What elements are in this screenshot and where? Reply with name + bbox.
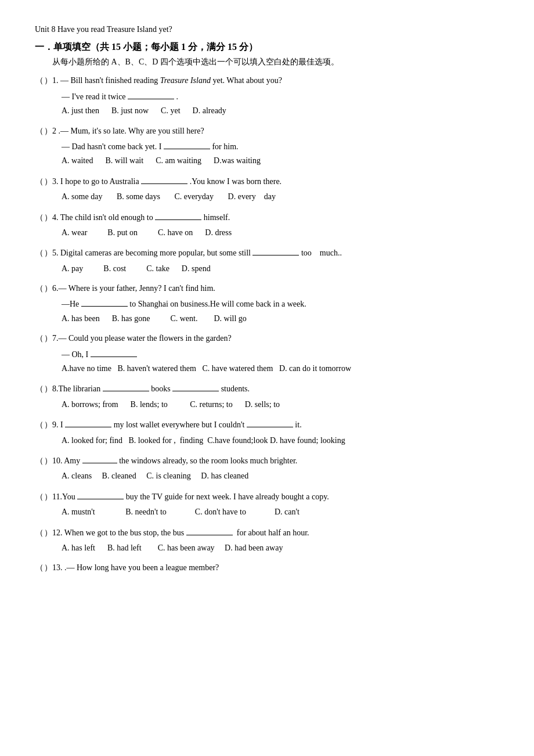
q6-text: ）6.— Where is your father, Jenny? I can'… <box>44 282 499 295</box>
paren-9: （ <box>35 419 44 431</box>
q13-text: ）13. .— How long have you been a league … <box>44 561 499 574</box>
q10-text: ）10. Amy the windows already, so the roo… <box>44 454 499 467</box>
unit-title: Unit 8 Have you read Treasure Island yet… <box>35 23 499 36</box>
question-2: （ ）2 .— Mum, it's so late. Why are you s… <box>35 125 499 168</box>
q1-text: ）1. — Bill hasn't finished reading Treas… <box>44 74 499 87</box>
paren-3: （ <box>35 175 44 188</box>
q4-text: ）4. The child isn't old enough to himsel… <box>44 211 499 224</box>
paren-11: （ <box>35 491 44 503</box>
q7-options: A.have no time B. haven't watered them C… <box>62 362 499 375</box>
q8-options: A. borrows; from B. lends; to C. returns… <box>62 398 499 411</box>
q1-options: A. just then B. just now C. yet D. alrea… <box>62 105 499 117</box>
question-4: （ ）4. The child isn't old enough to hims… <box>35 211 499 240</box>
question-13: （ ）13. .— How long have you been a leagu… <box>35 561 499 574</box>
q7-sub: — Oh, I <box>62 348 499 361</box>
paren-7: （ <box>35 332 44 345</box>
paren-6: （ <box>35 282 44 295</box>
q12-options: A. has left B. had left C. has been away… <box>62 542 499 555</box>
q3-text: ）3. I hope to go to Australia .You know … <box>44 175 499 188</box>
paren-1: （ <box>35 74 44 87</box>
q11-options: A. mustn't B. needn't to C. don't have t… <box>62 506 499 519</box>
q1-sub: — I've read it twice . <box>62 90 499 103</box>
q6-sub: —He to Shanghai on business.He will come… <box>62 297 499 311</box>
question-9: （ ）9. I my lost wallet everywhere but I … <box>35 418 499 447</box>
question-7: （ ）7.— Could you please water the flower… <box>35 332 499 375</box>
q9-options: A. looked for; find B. looked for , find… <box>62 434 499 447</box>
question-10: （ ）10. Amy the windows already, so the r… <box>35 454 499 483</box>
q10-options: A. cleans B. cleaned C. is cleaning D. h… <box>62 470 499 483</box>
question-8: （ ）8.The librarian books students. A. bo… <box>35 382 499 411</box>
question-12: （ ）12. When we got to the bus stop, the … <box>35 526 499 555</box>
q12-text: ）12. When we got to the bus stop, the bu… <box>44 526 499 539</box>
question-5: （ ）5. Digital cameras are becoming more … <box>35 246 499 275</box>
q2-options: A. waited B. will wait C. am waiting D.w… <box>62 154 499 167</box>
paren-10: （ <box>35 455 44 467</box>
paren-8: （ <box>35 383 44 395</box>
question-3: （ ）3. I hope to go to Australia .You kno… <box>35 175 499 204</box>
paren-12: （ <box>35 527 44 539</box>
q2-sub: — Dad hasn't come back yet. I for him. <box>62 140 499 153</box>
paren-13: （ <box>35 561 44 574</box>
q4-options: A. wear B. put on C. have on D. dress <box>62 226 499 239</box>
q6-options: A. has been B. has gone C. went. D. will… <box>62 312 499 325</box>
section-instruction: 从每小题所给的 A、B、C、D 四个选项中选出一个可以填入空白处的最佳选项。 <box>52 56 499 69</box>
q5-text: ）5. Digital cameras are becoming more po… <box>44 246 499 260</box>
q9-text: ）9. I my lost wallet everywhere but I co… <box>44 418 499 431</box>
paren-5: （ <box>35 247 44 260</box>
q3-options: A. some day B. some days C. everyday D. … <box>62 190 499 203</box>
paren-2: （ <box>35 125 44 138</box>
question-11: （ ）11.You buy the TV guide for next week… <box>35 490 499 519</box>
q11-text: ）11.You buy the TV guide for next week. … <box>44 490 499 503</box>
question-6: （ ）6.— Where is your father, Jenny? I ca… <box>35 282 499 325</box>
page-container: Unit 8 Have you read Treasure Island yet… <box>35 23 499 575</box>
q8-text: ）8.The librarian books students. <box>44 382 499 395</box>
question-1: （ ）1. — Bill hasn't finished reading Tre… <box>35 74 499 117</box>
section-header: 一．单项填空（共 15 小题；每小题 1 分，满分 15 分） <box>35 39 499 55</box>
q5-options: A. pay B. cost C. take D. spend <box>62 262 499 275</box>
q7-text: ）7.— Could you please water the flowers … <box>44 332 499 345</box>
q2-text: ）2 .— Mum, it's so late. Why are you sti… <box>44 125 499 138</box>
paren-4: （ <box>35 211 44 224</box>
